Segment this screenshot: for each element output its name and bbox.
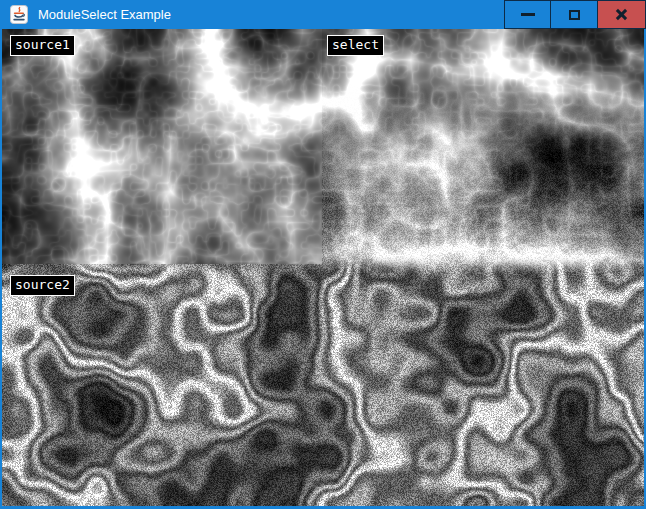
minimize-button[interactable] (504, 0, 551, 29)
label-select: select (327, 35, 384, 56)
maximize-icon (569, 10, 580, 20)
noise-render-area: source1 select source2 (2, 29, 644, 506)
window-title: ModuleSelect Example (38, 7, 504, 22)
minimize-icon (521, 13, 535, 16)
label-source2: source2 (10, 275, 75, 296)
java-coffee-cup-icon (10, 5, 28, 24)
close-button[interactable] (598, 0, 646, 29)
app-window: ModuleSelect Example source1 select sour… (0, 0, 646, 509)
close-icon (614, 7, 629, 22)
label-source1: source1 (10, 35, 75, 56)
title-bar[interactable]: ModuleSelect Example (0, 0, 646, 29)
noise-canvas (2, 29, 644, 506)
maximize-button[interactable] (551, 0, 598, 29)
window-controls (504, 0, 646, 29)
